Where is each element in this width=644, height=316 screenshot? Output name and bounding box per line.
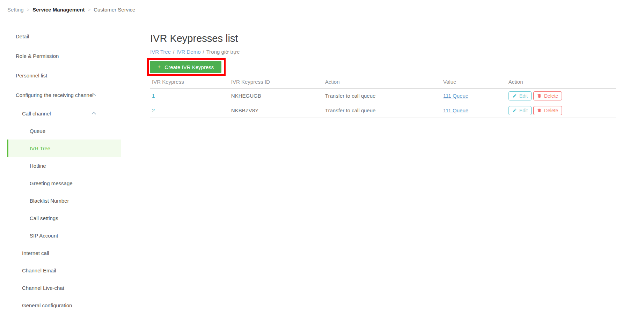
col-ivr-keypress-id: IVR Keypress ID <box>229 79 323 89</box>
sidebar-item-ivr-tree[interactable]: IVR Tree <box>7 140 121 157</box>
sidebar-item-queue[interactable]: Queue <box>3 122 124 140</box>
ivr-keypress-table: IVR Keypress IVR Keypress ID Action Valu… <box>150 79 616 118</box>
sidebar-item-hotline[interactable]: Hotline <box>3 157 124 174</box>
chevron-right-icon: > <box>88 7 91 12</box>
chevron-up-icon <box>92 112 96 116</box>
pencil-icon <box>512 108 517 113</box>
sidebar-item-general-configuration[interactable]: General configuration <box>3 296 124 314</box>
ivr-breadcrumb-current: Trong giờ trực <box>206 49 240 55</box>
trash-icon <box>537 93 542 98</box>
col-action: Action <box>323 79 441 89</box>
sidebar-item-call-channel[interactable]: Call channel <box>3 105 124 122</box>
ivr-demo-link[interactable]: IVR Demo <box>176 49 200 55</box>
sidebar-item-configuring-receiving-channel[interactable]: Configuring the receiving channel <box>3 85 124 105</box>
sidebar-item-personnel-list[interactable]: Personnel list <box>3 66 124 85</box>
annotation-red-box: + Create IVR Keypress <box>147 58 226 76</box>
sidebar-item-channel-email[interactable]: Channel Email <box>3 262 124 279</box>
col-value: Value <box>441 79 507 89</box>
sidebar-item-greeting-message[interactable]: Greeting message <box>3 174 124 192</box>
delete-button[interactable]: Delete <box>533 106 562 115</box>
keypress-id: NKHEGUGB <box>229 89 323 103</box>
edit-button[interactable]: Edit <box>508 106 532 115</box>
trash-icon <box>537 108 542 113</box>
sidebar-item-detail[interactable]: Detail <box>3 27 124 46</box>
ivr-breadcrumb: IVR Tree / IVR Demo / Trong giờ trực <box>150 48 643 55</box>
sidebar-item-role-permission[interactable]: Role & Permission <box>3 46 124 66</box>
breadcrumb: Setting > Service Management > Customer … <box>3 0 636 19</box>
edit-button[interactable]: Edit <box>508 91 532 100</box>
keypress-link[interactable]: 2 <box>152 107 155 113</box>
sidebar-item-sip-account[interactable]: SIP Account <box>3 227 124 244</box>
breadcrumb-customer-service[interactable]: Customer Service <box>94 7 135 13</box>
table-row: 2 NKBBZV8Y Transfer to call queue 111 Qu… <box>150 103 616 118</box>
keypress-action: Transfer to call queue <box>323 103 441 118</box>
queue-link[interactable]: 111 Queue <box>443 107 468 113</box>
sidebar-item-blacklist-number[interactable]: Blacklist Number <box>3 192 124 209</box>
keypress-id: NKBBZV8Y <box>229 103 323 118</box>
queue-link[interactable]: 111 Queue <box>443 93 468 99</box>
chevron-right-icon: > <box>27 7 30 12</box>
create-ivr-keypress-button[interactable]: + Create IVR Keypress <box>150 61 221 73</box>
main-content: IVR Keypresses list IVR Tree / IVR Demo … <box>124 19 643 315</box>
plus-icon: + <box>158 64 161 70</box>
sidebar-item-call-settings[interactable]: Call settings <box>3 209 124 227</box>
delete-button[interactable]: Delete <box>533 91 562 100</box>
col-ivr-keypress: IVR Keypress <box>150 79 229 89</box>
sidebar: Detail Role & Permission Personnel list … <box>3 19 124 315</box>
pencil-icon <box>512 93 517 98</box>
col-action-buttons: Action <box>507 79 616 89</box>
app-frame: Setting > Service Management > Customer … <box>3 0 643 315</box>
table-header-row: IVR Keypress IVR Keypress ID Action Valu… <box>150 79 616 89</box>
page-title: IVR Keypresses list <box>150 32 643 44</box>
breadcrumb-service-management[interactable]: Service Management <box>32 7 85 13</box>
table-row: 1 NKHEGUGB Transfer to call queue 111 Qu… <box>150 89 616 103</box>
breadcrumb-setting[interactable]: Setting <box>7 7 24 13</box>
sidebar-item-internet-call[interactable]: Internet call <box>3 244 124 262</box>
keypress-action: Transfer to call queue <box>323 89 441 103</box>
sidebar-item-channel-live-chat[interactable]: Channel Live-chat <box>3 279 124 296</box>
keypress-link[interactable]: 1 <box>152 93 155 99</box>
ivr-tree-link[interactable]: IVR Tree <box>150 49 171 55</box>
